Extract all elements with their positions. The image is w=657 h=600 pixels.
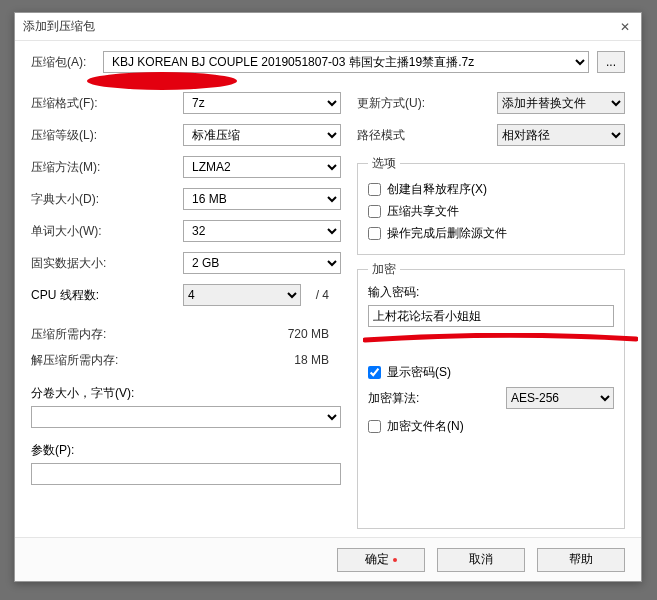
update-select[interactable]: 添加并替换文件 — [497, 92, 625, 114]
encrypt-names-row[interactable]: 加密文件名(N) — [368, 415, 614, 437]
columns: 压缩格式(F):7z 压缩等级(L):标准压缩 压缩方法(M):LZMA2 字典… — [31, 89, 625, 529]
path-select[interactable]: 相对路径 — [497, 124, 625, 146]
method-label: 压缩方法(M): — [31, 159, 183, 176]
show-password-checkbox[interactable] — [368, 366, 381, 379]
show-password-row[interactable]: 显示密码(S) — [368, 361, 614, 383]
sfx-checkbox[interactable] — [368, 183, 381, 196]
format-select[interactable]: 7z — [183, 92, 341, 114]
mem-comp-label: 压缩所需内存: — [31, 326, 288, 343]
archive-path-select[interactable]: KBJ KOREAN BJ COUPLE 2019051807-03 韩国女主播… — [103, 51, 589, 73]
footer: 确定 取消 帮助 — [15, 537, 641, 581]
password-input[interactable] — [368, 305, 614, 327]
encryption-group: 加密 输入密码: 显示密码(S) 加密算法: AES-256 加密文件名(N) — [357, 261, 625, 529]
archive-row: 压缩包(A): KBJ KOREAN BJ COUPLE 2019051807-… — [31, 51, 625, 73]
path-label: 路径模式 — [357, 127, 497, 144]
dict-label: 字典大小(D): — [31, 191, 183, 208]
split-select[interactable] — [31, 406, 341, 428]
encryption-legend: 加密 — [368, 261, 400, 278]
titlebar: 添加到压缩包 ✕ — [15, 13, 641, 41]
options-legend: 选项 — [368, 155, 400, 172]
share-checkbox[interactable] — [368, 205, 381, 218]
help-button[interactable]: 帮助 — [537, 548, 625, 572]
cpu-label: CPU 线程数: — [31, 287, 183, 304]
password-label: 输入密码: — [368, 284, 614, 301]
level-label: 压缩等级(L): — [31, 127, 183, 144]
right-column: 更新方式(U):添加并替换文件 路径模式相对路径 选项 创建自释放程序(X) 压… — [357, 89, 625, 529]
level-select[interactable]: 标准压缩 — [183, 124, 341, 146]
options-group: 选项 创建自释放程序(X) 压缩共享文件 操作完成后删除源文件 — [357, 155, 625, 255]
solid-select[interactable]: 2 GB — [183, 252, 341, 274]
algo-label: 加密算法: — [368, 390, 496, 407]
cpu-select[interactable]: 4 — [183, 284, 301, 306]
svg-point-0 — [87, 72, 237, 90]
cpu-total: / 4 — [301, 288, 341, 302]
share-checkbox-row[interactable]: 压缩共享文件 — [368, 200, 614, 222]
mem-decomp-label: 解压缩所需内存: — [31, 352, 294, 369]
params-input[interactable] — [31, 463, 341, 485]
browse-button[interactable]: ... — [597, 51, 625, 73]
ok-button[interactable]: 确定 — [337, 548, 425, 572]
content-area: 压缩包(A): KBJ KOREAN BJ COUPLE 2019051807-… — [15, 41, 641, 537]
cancel-button[interactable]: 取消 — [437, 548, 525, 572]
dialog-window: 添加到压缩包 ✕ 压缩包(A): KBJ KOREAN BJ COUPLE 20… — [14, 12, 642, 582]
dot-icon — [393, 558, 397, 562]
mem-comp-value: 720 MB — [288, 327, 341, 341]
format-label: 压缩格式(F): — [31, 95, 183, 112]
window-title: 添加到压缩包 — [23, 18, 617, 35]
left-column: 压缩格式(F):7z 压缩等级(L):标准压缩 压缩方法(M):LZMA2 字典… — [31, 89, 341, 529]
encrypt-names-checkbox[interactable] — [368, 420, 381, 433]
sfx-checkbox-row[interactable]: 创建自释放程序(X) — [368, 178, 614, 200]
word-select[interactable]: 32 — [183, 220, 341, 242]
delete-checkbox[interactable] — [368, 227, 381, 240]
solid-label: 固实数据大小: — [31, 255, 183, 272]
split-label: 分卷大小，字节(V): — [31, 385, 341, 402]
algo-select[interactable]: AES-256 — [506, 387, 614, 409]
update-label: 更新方式(U): — [357, 95, 497, 112]
archive-label: 压缩包(A): — [31, 54, 95, 71]
word-label: 单词大小(W): — [31, 223, 183, 240]
close-icon[interactable]: ✕ — [617, 20, 633, 34]
dict-select[interactable]: 16 MB — [183, 188, 341, 210]
mem-decomp-value: 18 MB — [294, 353, 341, 367]
delete-checkbox-row[interactable]: 操作完成后删除源文件 — [368, 222, 614, 244]
method-select[interactable]: LZMA2 — [183, 156, 341, 178]
params-label: 参数(P): — [31, 442, 341, 459]
